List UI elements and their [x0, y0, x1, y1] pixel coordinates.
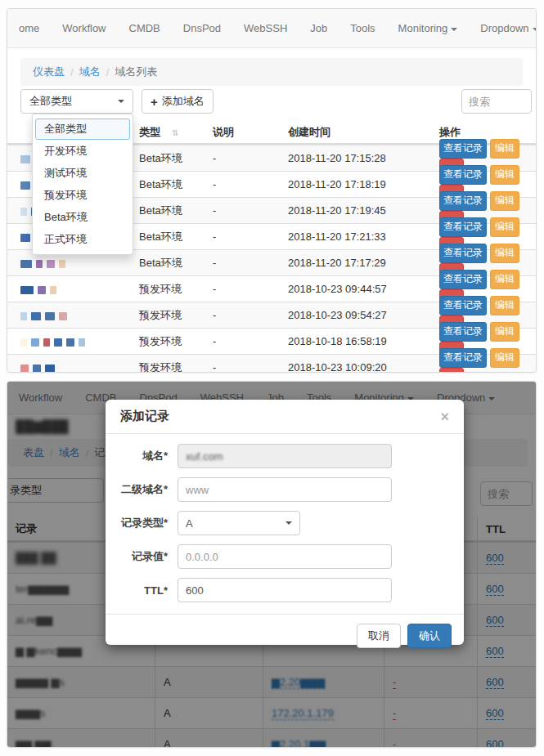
nav-home[interactable]: ome — [7, 22, 51, 34]
view-records-button[interactable]: 查看记录 — [439, 348, 487, 368]
view-records-button[interactable]: 查看记录 — [439, 244, 487, 263]
chevron-down-icon — [533, 28, 537, 31]
redacted-domain — [7, 361, 139, 373]
add-domain-button[interactable]: + 添加域名 — [142, 89, 214, 114]
domain-desc: - — [213, 152, 288, 164]
breadcrumb-separator: / — [101, 66, 115, 78]
redacted-domain — [7, 335, 139, 347]
nav-dropdown[interactable]: Dropdown — [469, 22, 537, 34]
domain-type: Beta环境 — [139, 177, 213, 192]
edit-button[interactable]: 编辑 — [490, 217, 519, 237]
domain-type: Beta环境 — [139, 256, 213, 271]
nav-monitoring[interactable]: Monitoring — [387, 22, 470, 34]
nav-webssh[interactable]: WebSSH — [232, 22, 299, 34]
cancel-button[interactable]: 取消 — [357, 624, 401, 648]
nav-dnspod[interactable]: DnsPod — [172, 22, 232, 34]
nav-monitoring-label: Monitoring — [398, 22, 448, 34]
chevron-down-icon — [118, 100, 124, 103]
plus-icon: + — [151, 95, 158, 109]
col-created: 创建时间 — [288, 125, 439, 140]
breadcrumb: 仪表盘 / 域名 / 域名列表 — [20, 58, 523, 86]
delete-button[interactable] — [439, 368, 464, 374]
view-records-button[interactable]: 查看记录 — [439, 270, 487, 289]
domain-list-page: ome Workflow CMDB DnsPod WebSSH Job Tool… — [7, 8, 537, 373]
nav-tools[interactable]: Tools — [339, 22, 386, 34]
modal-header: 添加记录 × — [106, 400, 464, 434]
edit-button[interactable]: 编辑 — [490, 296, 519, 315]
table-row: 预发环境 - 2018-10-23 10:09:20 查看记录编辑 — [7, 354, 536, 373]
search-input[interactable] — [461, 89, 532, 114]
domain-desc: - — [213, 283, 288, 295]
domain-desc: - — [213, 335, 288, 347]
dropdown-option-test[interactable]: 测试环境 — [35, 163, 130, 184]
domain-desc: - — [213, 230, 288, 243]
nav-dropdown-label: Dropdown — [480, 22, 528, 34]
domain-created: 2018-11-20 17:19:45 — [288, 204, 439, 217]
close-icon[interactable]: × — [440, 409, 449, 424]
dropdown-option-staging[interactable]: 预发环境 — [35, 185, 130, 206]
domain-field: xuf.com — [178, 444, 392, 468]
domain-created: 2018-11-20 17:15:28 — [288, 152, 439, 164]
domain-created: 2018-11-20 17:18:19 — [288, 178, 439, 190]
col-actions: 操作 — [439, 125, 536, 140]
domain-desc: - — [213, 204, 288, 217]
breadcrumb-domains[interactable]: 域名 — [79, 65, 101, 79]
domain-type: 预发环境 — [139, 360, 213, 374]
edit-button[interactable]: 编辑 — [490, 322, 519, 342]
subdomain-field[interactable] — [178, 477, 392, 502]
view-records-button[interactable]: 查看记录 — [439, 296, 487, 315]
view-records-button[interactable]: 查看记录 — [439, 165, 487, 185]
domain-type: 预发环境 — [139, 308, 213, 323]
view-records-button[interactable]: 查看记录 — [439, 139, 487, 159]
edit-button[interactable]: 编辑 — [490, 191, 519, 211]
ttl-field[interactable] — [178, 578, 392, 602]
domain-type: Beta环境 — [139, 151, 213, 166]
subdomain-field-label: 二级域名* — [106, 482, 178, 497]
edit-button[interactable]: 编辑 — [490, 244, 519, 263]
modal-title: 添加记录 — [120, 409, 169, 424]
ttl-field-label: TTL* — [106, 584, 178, 597]
domain-type: 预发环境 — [139, 282, 213, 297]
domain-created: 2018-11-20 17:21:33 — [288, 230, 439, 243]
dropdown-option-dev[interactable]: 开发环境 — [35, 141, 130, 162]
edit-button[interactable]: 编辑 — [490, 348, 519, 368]
col-type[interactable]: 类型⇅ — [139, 125, 213, 140]
top-navbar: ome Workflow CMDB DnsPod WebSSH Job Tool… — [7, 9, 536, 48]
type-filter-value: 全部类型 — [29, 94, 72, 109]
view-records-button[interactable]: 查看记录 — [439, 191, 487, 211]
record-type-select[interactable]: A — [178, 511, 300, 535]
domain-field-label: 域名* — [106, 449, 178, 463]
redacted-domain — [7, 257, 139, 269]
row-actions: 查看记录编辑 — [439, 348, 536, 374]
dropdown-option-beta[interactable]: Beta环境 — [35, 207, 130, 228]
view-records-button[interactable]: 查看记录 — [439, 217, 487, 237]
domain-created: 2018-10-18 16:58:19 — [288, 335, 439, 347]
dropdown-option-all[interactable]: 全部类型 — [35, 119, 130, 140]
type-filter-select[interactable]: 全部类型 — [20, 89, 133, 114]
type-filter-dropdown-menu: 全部类型 开发环境 测试环境 预发环境 Beta环境 正式环境 — [32, 114, 133, 255]
nav-cmdb[interactable]: CMDB — [118, 22, 172, 34]
breadcrumb-dashboard[interactable]: 仪表盘 — [33, 65, 65, 79]
edit-button[interactable]: 编辑 — [490, 139, 519, 159]
add-record-modal: 添加记录 × 域名* xuf.com 二级域名* 记录类型* A — [106, 400, 464, 645]
record-value-field[interactable] — [178, 544, 392, 569]
sort-icon: ⇅ — [172, 128, 178, 137]
screenshot-canvas: ome Workflow CMDB DnsPod WebSSH Job Tool… — [0, 0, 544, 756]
domain-desc: - — [213, 361, 288, 373]
nav-job[interactable]: Job — [299, 22, 339, 34]
edit-button[interactable]: 编辑 — [490, 270, 519, 289]
add-domain-label: 添加域名 — [162, 94, 205, 109]
breadcrumb-separator: / — [65, 66, 79, 78]
dropdown-option-prod[interactable]: 正式环境 — [35, 229, 130, 250]
domain-created: 2018-11-20 17:17:29 — [288, 257, 439, 269]
domain-type: 预发环境 — [139, 334, 213, 349]
domain-desc: - — [213, 309, 288, 321]
confirm-button[interactable]: 确认 — [407, 624, 452, 648]
modal-footer: 取消 确认 — [106, 614, 464, 656]
view-records-button[interactable]: 查看记录 — [439, 322, 487, 342]
record-type-value: A — [186, 517, 193, 530]
nav-workflow[interactable]: Workflow — [51, 22, 117, 34]
domain-desc: - — [213, 257, 288, 269]
record-type-field-label: 记录类型* — [106, 516, 178, 530]
edit-button[interactable]: 编辑 — [490, 165, 519, 185]
